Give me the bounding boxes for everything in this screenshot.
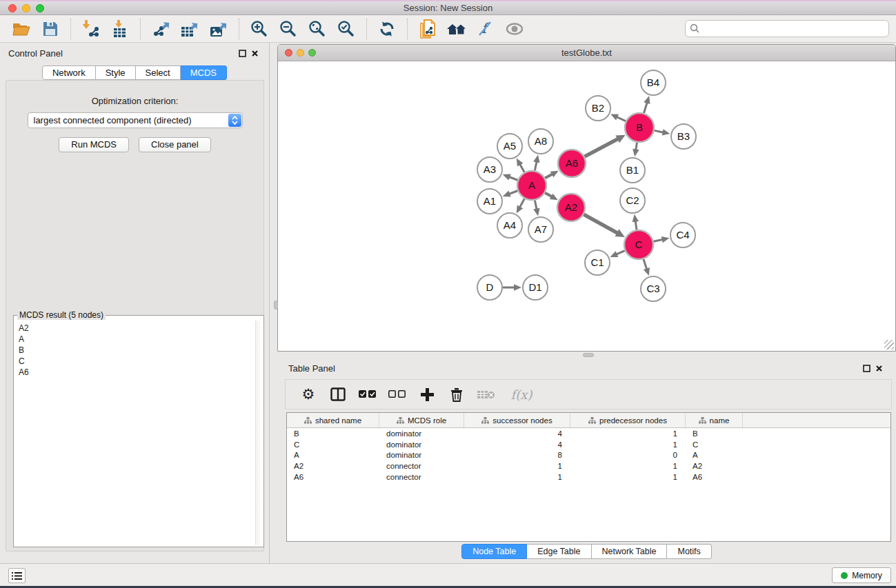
table-row[interactable]: Adominator80A <box>287 450 890 461</box>
tab-network[interactable]: Network <box>42 65 96 80</box>
export-network-icon[interactable] <box>146 17 175 41</box>
tab-mcds[interactable]: MCDS <box>181 65 227 80</box>
tab-motifs[interactable]: Motifs <box>667 544 711 559</box>
table-cell: A <box>287 451 379 459</box>
column-header[interactable]: MCDS role <box>379 413 464 427</box>
search-input[interactable] <box>700 24 888 34</box>
home-icon[interactable] <box>442 17 471 41</box>
column-header[interactable]: name <box>686 413 743 427</box>
table-cell: A6 <box>686 473 743 481</box>
window-titlebar: Session: New Session <box>0 0 896 15</box>
table-cell: C <box>686 440 743 449</box>
list-icon <box>12 571 22 580</box>
result-list-scrollbar[interactable] <box>255 321 262 545</box>
column-header[interactable]: shared name <box>287 413 379 427</box>
split-view-icon[interactable] <box>329 384 347 405</box>
column-header-label: predecessor nodes <box>599 416 667 425</box>
table-cell: dominator <box>379 429 464 438</box>
toolbar-separator <box>239 19 239 39</box>
table-cell: A <box>686 451 743 459</box>
mcds-tab-pane: Optimization criterion: largest connecte… <box>6 80 264 551</box>
table-panel-title: Table Panel <box>288 363 335 374</box>
eye-icon[interactable] <box>500 17 529 41</box>
table-row[interactable]: A6connector11A6 <box>287 472 890 483</box>
toggle-graphics-details-icon[interactable]: f <box>471 17 500 41</box>
zoom-out-icon[interactable] <box>274 17 303 41</box>
table-row[interactable]: Bdominator41B <box>287 428 890 439</box>
refresh-view-icon[interactable] <box>372 17 401 41</box>
network-window-title: testGlobe.txt <box>278 48 895 58</box>
close-table-panel-icon[interactable] <box>873 363 885 374</box>
horizontal-scrollbar-thumb[interactable] <box>583 353 594 357</box>
column-type-icon <box>699 417 706 424</box>
import-table-icon[interactable] <box>106 17 135 41</box>
select-all-checkboxes-icon[interactable] <box>359 384 377 405</box>
run-mcds-button[interactable]: Run MCDS <box>59 137 129 152</box>
function-builder-icon[interactable]: f(x) <box>507 384 536 405</box>
table-cell: 1 <box>570 473 686 481</box>
open-file-icon[interactable] <box>7 17 36 41</box>
column-header[interactable]: successor nodes <box>464 413 570 427</box>
search-icon <box>690 23 700 34</box>
memory-button[interactable]: Memory <box>832 567 891 583</box>
toolbar-separator <box>70 19 71 39</box>
table-cell: 1 <box>464 462 570 470</box>
table-cell: connector <box>379 473 464 481</box>
zoom-fit-icon[interactable] <box>303 17 332 41</box>
memory-label: Memory <box>852 571 882 580</box>
export-image-icon[interactable] <box>204 17 233 41</box>
maximize-window-button[interactable] <box>36 4 44 12</box>
tab-network-table[interactable]: Network Table <box>592 544 668 559</box>
column-header[interactable]: predecessor nodes <box>570 413 686 427</box>
criterion-dropdown[interactable]: largest connected component (directed) <box>28 112 243 128</box>
mcds-result-title: MCDS result (5 nodes) <box>17 310 106 320</box>
save-session-icon[interactable] <box>36 17 65 41</box>
list-item[interactable]: A6 <box>19 367 251 378</box>
tab-node-table[interactable]: Node Table <box>461 544 527 559</box>
import-network-icon[interactable] <box>77 17 106 41</box>
list-item[interactable]: A2 <box>19 323 251 334</box>
delete-table-icon[interactable] <box>477 384 495 405</box>
add-column-icon[interactable] <box>418 384 436 405</box>
float-table-panel-icon[interactable] <box>860 363 873 374</box>
network-window-titlebar[interactable]: testGlobe.txt <box>278 45 895 61</box>
deselect-all-checkboxes-icon[interactable] <box>388 384 406 405</box>
table-cell: dominator <box>379 440 464 449</box>
table-cell: A2 <box>686 462 743 470</box>
table-cell: 4 <box>464 429 570 438</box>
list-item[interactable]: C <box>19 356 251 367</box>
float-panel-icon[interactable] <box>236 48 248 59</box>
table-cell: 1 <box>464 473 570 481</box>
minimize-window-button[interactable] <box>22 4 30 12</box>
table-body: Bdominator41BCdominator41CAdominator80AA… <box>287 428 890 483</box>
list-item[interactable]: B <box>19 345 251 356</box>
network-from-selection-icon[interactable] <box>413 17 442 41</box>
tab-select[interactable]: Select <box>136 65 181 80</box>
close-panel-icon[interactable] <box>248 48 261 59</box>
control-panel-title: Control Panel <box>8 48 63 59</box>
table-cell: 1 <box>570 429 686 438</box>
column-header-label: successor nodes <box>492 416 552 425</box>
zoom-in-icon[interactable] <box>245 17 274 41</box>
show-panels-button[interactable] <box>8 568 26 583</box>
resize-grip[interactable] <box>884 340 894 349</box>
table-row[interactable]: A2connector11A2 <box>287 460 890 472</box>
close-panel-button[interactable]: Close panel <box>139 137 211 152</box>
tab-style[interactable]: Style <box>96 65 136 80</box>
table-row[interactable]: Cdominator41C <box>287 439 890 450</box>
node-table: shared nameMCDS rolesuccessor nodesprede… <box>286 412 891 542</box>
table-cell: A6 <box>287 473 379 481</box>
vertical-scrollbar-thumb[interactable] <box>274 301 278 310</box>
network-canvas[interactable] <box>278 61 895 351</box>
criterion-dropdown-value: largest connected component (directed) <box>34 115 192 125</box>
search-field[interactable] <box>685 20 889 37</box>
settings-gear-icon[interactable]: ⚙ <box>299 384 317 405</box>
panel-divider[interactable] <box>269 43 270 563</box>
mcds-result-list[interactable]: A2ABCA6 <box>15 321 255 545</box>
close-window-button[interactable] <box>8 4 17 12</box>
list-item[interactable]: A <box>19 334 251 345</box>
zoom-selected-icon[interactable] <box>332 17 361 41</box>
export-table-icon[interactable] <box>175 17 204 41</box>
tab-edge-table[interactable]: Edge Table <box>527 544 591 559</box>
delete-column-icon[interactable] <box>448 384 466 405</box>
